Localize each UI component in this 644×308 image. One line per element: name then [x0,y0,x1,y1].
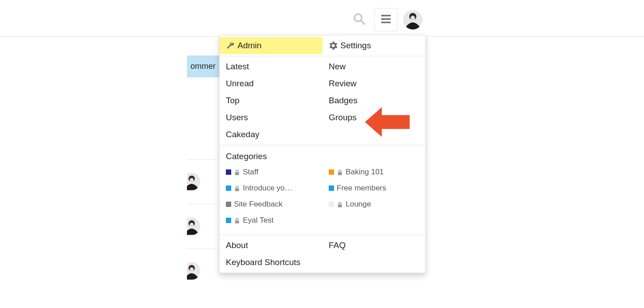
search-icon [353,13,365,27]
menu-item-latest[interactable]: Latest [220,58,322,75]
background-avatar [187,262,200,280]
category-item[interactable]: Introduce yo… [220,180,322,196]
search-button[interactable] [347,8,371,31]
wrench-icon [226,41,235,50]
background-divider [187,159,218,160]
background-avatar [187,173,200,190]
category-color-swatch [226,202,231,207]
category-item[interactable]: Eyal Test [220,212,322,228]
menu-item-users[interactable]: Users [220,109,322,126]
menu-item-label: Review [329,79,356,89]
menu-item-label: Users [226,113,248,122]
background-divider [187,249,218,249]
lock-icon [234,217,240,224]
category-item[interactable]: Lounge [322,196,425,212]
menu-section-categories: Categories Staff Introduce yo… Site Feed… [220,145,425,235]
current-user-avatar[interactable] [403,10,423,30]
gear-icon [329,41,338,50]
menu-item-settings[interactable]: Settings [322,37,425,54]
menu-item-cakeday[interactable]: Cakeday [220,126,322,143]
category-color-swatch [329,169,334,175]
category-item[interactable]: Baking 101 [322,164,425,180]
menu-item-faq[interactable]: FAQ [322,237,425,254]
category-label: Free members [337,184,386,193]
category-color-swatch [226,218,231,223]
lock-icon [337,201,343,207]
category-color-swatch [329,186,334,191]
hamburger-icon [380,13,392,26]
menu-item-label: Groups [329,113,356,122]
lock-icon [234,169,240,175]
menu-item-label: Badges [329,96,357,105]
category-item[interactable]: Site Feedback [220,196,322,212]
menu-item-groups[interactable]: Groups [322,109,425,126]
menu-item-label: New [329,62,346,72]
topbar-actions [347,8,423,31]
menu-section-footer: About Keyboard Shortcuts FAQ [220,235,425,273]
hamburger-dropdown: Admin Settings Latest Unread Top Users C… [219,35,426,273]
lock-icon [234,185,240,191]
category-label: Introduce yo… [243,184,292,193]
menu-item-label: Unread [226,79,254,89]
category-label: Eyal Test [243,216,274,225]
menu-item-label: About [226,240,248,250]
menu-item-admin[interactable]: Admin [220,37,322,54]
lock-icon [337,169,343,175]
menu-item-keyboard-shortcuts[interactable]: Keyboard Shortcuts [220,254,322,271]
top-bar [0,0,644,37]
menu-item-label: Cakeday [226,130,259,139]
category-color-swatch [226,169,231,175]
menu-item-review[interactable]: Review [322,75,425,92]
category-label: Staff [243,168,258,177]
menu-section-admin: Admin Settings [220,35,425,56]
menu-item-new[interactable]: New [322,58,425,75]
menu-item-label: Latest [226,62,249,72]
category-label: Lounge [346,200,371,209]
category-color-swatch [329,202,334,207]
menu-item-unread[interactable]: Unread [220,75,322,92]
hamburger-menu-button[interactable] [374,8,398,31]
menu-section-nav: Latest Unread Top Users Cakeday New Revi… [220,56,425,145]
background-avatar [187,217,200,235]
background-token: ommer [187,55,219,77]
menu-item-about[interactable]: About [220,237,322,254]
categories-heading: Categories [220,147,425,164]
category-color-swatch [226,186,231,191]
menu-item-label: Top [226,96,240,105]
menu-item-label: Keyboard Shortcuts [226,257,301,267]
background-divider [187,204,218,204]
category-item[interactable]: Staff [220,164,322,180]
category-label: Site Feedback [234,200,283,209]
category-item[interactable]: Free members [322,180,425,196]
menu-item-top[interactable]: Top [220,92,322,109]
category-label: Baking 101 [346,168,384,177]
menu-item-badges[interactable]: Badges [322,92,425,109]
menu-item-label: FAQ [329,240,346,250]
menu-item-label: Settings [340,41,371,51]
menu-item-label: Admin [237,41,262,51]
